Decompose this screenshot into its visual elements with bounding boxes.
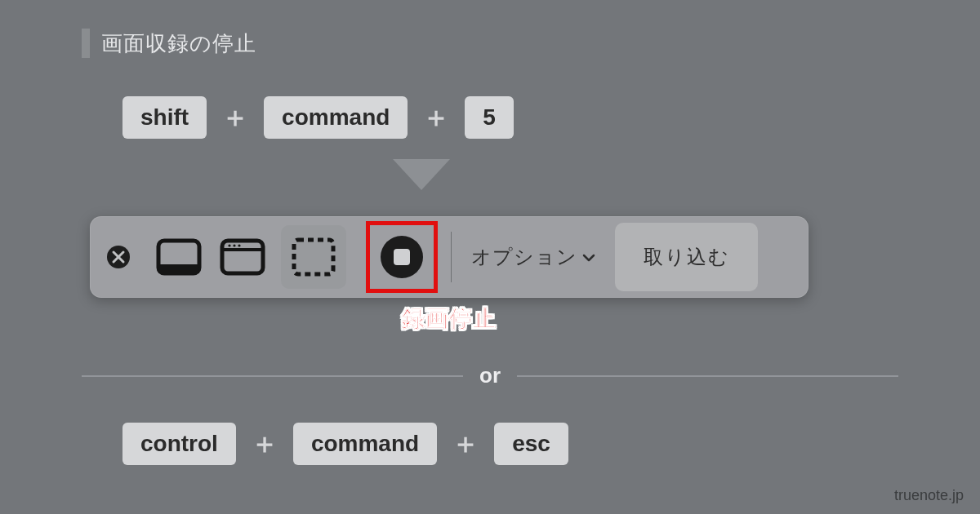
selection-icon <box>291 237 336 277</box>
arrow-down-icon <box>389 155 454 197</box>
or-label: or <box>479 363 501 388</box>
key-control: control <box>122 423 236 465</box>
capture-entire-screen-button[interactable] <box>147 216 211 298</box>
plus-icon: ＋ <box>422 99 450 136</box>
key-command: command <box>264 96 408 139</box>
svg-rect-14 <box>394 249 410 265</box>
stop-recording-highlight <box>366 221 438 293</box>
svg-rect-12 <box>294 240 333 274</box>
svg-point-11 <box>238 244 240 246</box>
screenshot-toolbar: オプション 取り込む <box>90 216 808 298</box>
window-icon <box>220 238 265 276</box>
page-title-row: 画面収録の停止 <box>82 29 256 58</box>
svg-marker-0 <box>393 159 450 190</box>
divider-line <box>517 375 898 377</box>
options-label: オプション <box>471 244 577 270</box>
close-button[interactable] <box>90 216 147 298</box>
or-divider-row: or <box>82 363 898 388</box>
stop-recording-group <box>353 216 451 298</box>
key-5: 5 <box>465 96 514 139</box>
key-command-2: command <box>293 423 437 465</box>
capture-window-button[interactable] <box>211 216 274 298</box>
watermark: truenote.jp <box>894 487 964 504</box>
stop-icon <box>379 234 425 280</box>
capture-selection-button[interactable] <box>281 225 346 289</box>
stop-recording-annotation: 録画停止 <box>402 304 497 335</box>
svg-point-10 <box>233 244 235 246</box>
key-esc: esc <box>494 423 568 465</box>
capture-button[interactable]: 取り込む <box>615 223 758 291</box>
chevron-down-icon <box>582 244 595 267</box>
plus-icon: ＋ <box>251 425 278 463</box>
key-shift: shift <box>122 96 207 139</box>
svg-point-9 <box>228 244 230 246</box>
page-title: 画面収録の停止 <box>101 29 256 58</box>
options-dropdown[interactable]: オプション <box>452 216 615 298</box>
shortcut-row-1: shift ＋ command ＋ 5 <box>122 96 514 139</box>
shortcut-row-2: control ＋ command ＋ esc <box>122 423 568 465</box>
capture-label: 取り込む <box>644 244 730 270</box>
divider-line <box>82 375 463 377</box>
svg-rect-6 <box>158 264 199 273</box>
close-icon <box>106 245 131 269</box>
screen-icon <box>156 238 202 276</box>
title-accent-bar <box>82 29 90 58</box>
plus-icon: ＋ <box>221 99 249 136</box>
stop-recording-button[interactable] <box>379 234 425 280</box>
plus-icon: ＋ <box>452 425 479 463</box>
